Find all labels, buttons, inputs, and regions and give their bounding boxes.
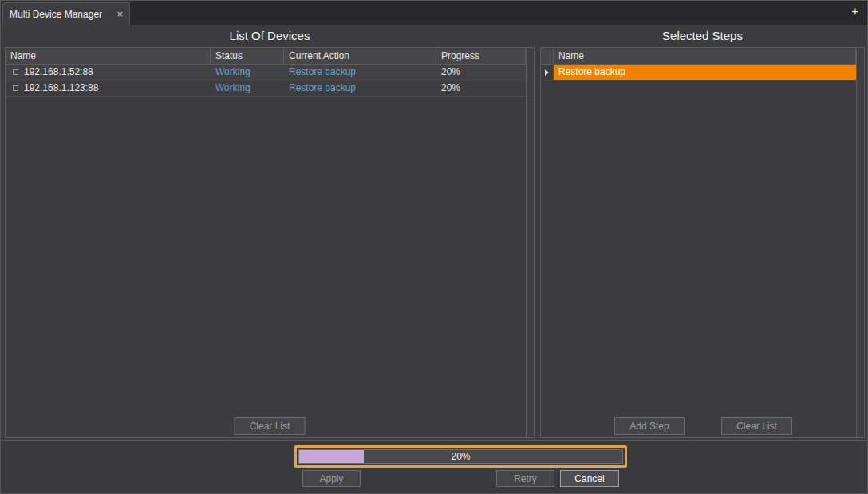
device-status-cell: Working (211, 65, 284, 80)
column-header-current-action[interactable]: Current Action (284, 48, 436, 64)
devices-clear-list-button[interactable]: Clear List (235, 417, 306, 435)
steps-clear-list-button[interactable]: Clear List (721, 417, 792, 435)
column-header-step-name[interactable]: Name (554, 48, 856, 64)
device-name-cell: 192.168.1.123:88 (6, 81, 211, 96)
steps-panel: Name Restore backup Add Step Clear List (540, 47, 865, 438)
column-header-status[interactable]: Status (211, 48, 284, 64)
content-area: List Of Devices Selected Steps Name Stat… (1, 25, 867, 440)
cancel-button[interactable]: Cancel (560, 470, 619, 487)
device-name-cell: 192.168.1.52:88 (6, 65, 211, 80)
row-expander-icon[interactable] (13, 85, 18, 91)
device-action-cell: Restore backup (284, 81, 436, 96)
devices-panel: Name Status Current Action Progress 192.… (5, 47, 535, 438)
steps-panel-title: Selected Steps (540, 25, 865, 47)
devices-panel-title: List Of Devices (5, 25, 535, 47)
device-action-cell: Restore backup (284, 65, 436, 80)
current-row-gutter (541, 65, 554, 80)
overall-progress-bar: 20% (298, 449, 623, 464)
progress-percent-label: 20% (299, 450, 622, 463)
retry-button[interactable]: Retry (496, 470, 554, 487)
device-row-1[interactable]: 192.168.1.52:88 Working Restore backup 2… (6, 65, 526, 81)
devices-table-header: Name Status Current Action Progress (6, 48, 526, 65)
device-progress-cell: 20% (436, 65, 526, 80)
multi-device-manager-window: Multi Device Manager × + List Of Devices… (0, 0, 868, 494)
new-tab-button[interactable]: + (848, 4, 862, 18)
steps-header-gutter (541, 48, 554, 64)
tab-multi-device-manager[interactable]: Multi Device Manager × (2, 2, 130, 25)
device-name: 192.168.1.123:88 (24, 82, 98, 93)
current-row-arrow-icon (545, 69, 549, 76)
column-header-name[interactable]: Name (6, 48, 211, 64)
tab-bar: Multi Device Manager × + (1, 1, 867, 25)
tab-close-icon[interactable]: × (116, 8, 123, 20)
steps-scrollbar[interactable] (856, 48, 864, 437)
column-header-progress[interactable]: Progress (436, 48, 526, 64)
step-name-cell: Restore backup (554, 65, 856, 80)
device-row-2[interactable]: 192.168.1.123:88 Working Restore backup … (6, 81, 526, 97)
footer-bar: 20% Apply Retry Cancel (1, 440, 867, 493)
tab-title: Multi Device Manager (10, 9, 112, 20)
device-status-cell: Working (211, 81, 284, 96)
devices-scrollbar[interactable] (526, 48, 534, 437)
device-progress-cell: 20% (436, 81, 526, 96)
device-name: 192.168.1.52:88 (24, 66, 93, 77)
row-expander-icon[interactable] (13, 69, 18, 75)
progress-highlight-outline: 20% (294, 445, 627, 468)
steps-table-header: Name (541, 48, 856, 65)
add-step-button[interactable]: Add Step (614, 417, 685, 435)
step-row-1[interactable]: Restore backup (541, 65, 856, 81)
apply-button[interactable]: Apply (302, 470, 361, 487)
